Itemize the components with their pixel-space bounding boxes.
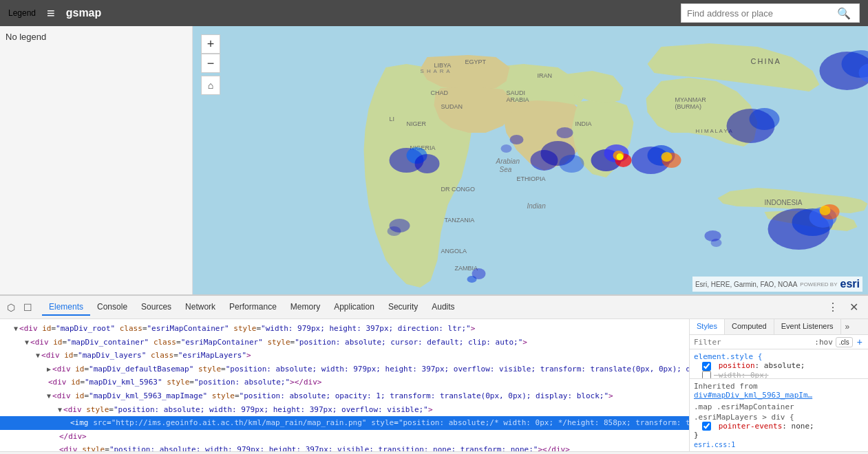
svg-text:CHAD: CHAD	[431, 89, 449, 96]
inherited-label: Inherited from	[694, 382, 758, 391]
home-button[interactable]: ⌂	[201, 76, 220, 95]
dom-line[interactable]: <div style="position: absolute; width: 9…	[0, 443, 689, 451]
esri-logo: esri	[840, 278, 860, 290]
inspect-icon[interactable]: ⬡	[6, 301, 17, 314]
svg-text:DR CONGO: DR CONGO	[441, 186, 476, 193]
hamburger-icon[interactable]: ≡	[47, 6, 55, 21]
powered-by-text: POWERED BY	[800, 281, 837, 288]
devtools-more-icon[interactable]: ⋮	[823, 299, 843, 315]
app-title: gsmap	[66, 7, 670, 19]
svg-point-64	[467, 276, 477, 283]
svg-point-66	[388, 226, 401, 236]
svg-text:EGYPT: EGYPT	[465, 58, 487, 65]
dom-line[interactable]: </div>	[0, 430, 689, 444]
svg-text:LI: LI	[390, 116, 395, 122]
filter-hov-label[interactable]: :hov	[814, 338, 833, 347]
svg-text:Indian: Indian	[527, 202, 547, 210]
svg-point-36	[617, 153, 624, 160]
devtools-tabs: ElementsConsoleSourcesNetworkPerformance…	[42, 299, 821, 316]
svg-text:ETHIOPIA: ETHIOPIA	[517, 175, 546, 182]
svg-text:IRAN: IRAN	[538, 72, 553, 79]
svg-text:NIGER: NIGER	[407, 120, 427, 127]
styles-tabs: StylesComputedEvent Listeners»	[690, 319, 868, 335]
svg-text:INDONESIA: INDONESIA	[765, 199, 803, 206]
dom-tree[interactable]: ▼<div id="mapDiv_root" class="esriMapCon…	[0, 319, 689, 451]
svg-text:MYANMAR: MYANMAR	[675, 96, 707, 103]
filter-cls-button[interactable]: .cls	[836, 337, 853, 347]
svg-point-31	[560, 155, 584, 173]
devtools-tab-sources[interactable]: Sources	[134, 299, 178, 316]
devtools-tab-network[interactable]: Network	[178, 299, 222, 316]
dom-line[interactable]: ▶<div id="mapDiv_defaultBasemap" style="…	[0, 363, 689, 376]
svg-text:TANZANIA: TANZANIA	[445, 217, 475, 224]
svg-point-28	[415, 154, 440, 173]
devtools-tab-console[interactable]: Console	[90, 299, 134, 316]
styles-content: element.style { position: absolute; widt…	[690, 349, 868, 378]
device-icon[interactable]: ☐	[22, 301, 34, 314]
devtools-toolbar: ⬡ ☐ ElementsConsoleSourcesNetworkPerform…	[0, 296, 868, 319]
svg-point-61	[510, 135, 524, 144]
svg-point-55	[820, 206, 831, 215]
search-button[interactable]: 🔍	[833, 7, 855, 20]
styles-panel: StylesComputedEvent Listeners» :hov .cls…	[689, 319, 868, 451]
dom-line[interactable]: ▼<div id="mapDiv_kml_5963_mapImage" styl…	[0, 389, 689, 403]
styles-chevron-icon[interactable]: »	[841, 319, 854, 334]
svg-text:ANGOLA: ANGOLA	[441, 248, 467, 255]
styles-tab-computed[interactable]: Computed	[725, 319, 774, 334]
styles-filter-input[interactable]	[694, 338, 812, 347]
top-bar: Legend ≡ gsmap 🔍	[0, 0, 868, 26]
map-canvas: NIGER NIGERIA CHAD SUDAN LIBYA EGYPT SAU…	[193, 26, 868, 294]
zoom-in-button[interactable]: +	[201, 34, 220, 54]
style-rule-element: element.style { position: absolute; widt…	[694, 352, 864, 378]
svg-text:(BURMA): (BURMA)	[675, 103, 702, 110]
devtools-tab-performance[interactable]: Performance	[222, 299, 284, 316]
dom-line[interactable]: <img src="http://ims.geoinfo.ait.ac.th/k…	[0, 416, 689, 430]
svg-text:CHINA: CHINA	[751, 57, 781, 65]
svg-text:INDIA: INDIA	[575, 120, 592, 127]
devtools-tab-elements[interactable]: Elements	[42, 299, 90, 316]
svg-text:SUDAN: SUDAN	[441, 103, 463, 110]
svg-point-42	[750, 108, 780, 130]
search-container: 🔍	[681, 3, 860, 23]
devtools-panel: ⬡ ☐ ElementsConsoleSourcesNetworkPerform…	[0, 294, 868, 454]
legend-panel: No legend	[0, 26, 193, 294]
zoom-out-button[interactable]: −	[201, 54, 220, 73]
zoom-controls: + − ⌂	[201, 34, 220, 95]
filter-plus-icon[interactable]: +	[856, 336, 864, 347]
prop-pointer-events-checkbox[interactable]	[702, 422, 711, 431]
devtools-tab-audits[interactable]: Audits	[425, 299, 461, 316]
dom-line[interactable]: <div id="mapDiv_kml_5963" style="positio…	[0, 376, 689, 389]
legend-title: Legend	[8, 8, 36, 18]
search-input[interactable]	[681, 4, 833, 22]
devtools-tab-security[interactable]: Security	[381, 299, 425, 316]
inherited-file-link[interactable]: esri.css:1	[694, 441, 735, 448]
styles-tab-styles[interactable]: Styles	[690, 319, 725, 334]
svg-text:S H A R A: S H A R A	[421, 68, 451, 74]
map-area[interactable]: NIGER NIGERIA CHAD SUDAN LIBYA EGYPT SAU…	[193, 26, 868, 294]
dom-line[interactable]: ▼<div id="mapDiv_layers" class="esriMapL…	[0, 349, 689, 363]
dom-line[interactable]: ▼<div id="mapDiv_root" class="esriMapCon…	[0, 322, 689, 336]
devtools-tab-application[interactable]: Application	[327, 299, 381, 316]
attribution-text: Esri, HERE, Garmin, FAO, NOAA	[695, 281, 797, 288]
prop-width-checkbox[interactable]	[702, 371, 711, 378]
devtools-tab-memory[interactable]: Memory	[284, 299, 327, 316]
devtools-icons: ⬡ ☐	[6, 301, 34, 314]
dom-line[interactable]: ▼<div id="mapDiv_container" class="esriM…	[0, 336, 689, 349]
prop-position-checkbox[interactable]	[702, 362, 711, 371]
svg-point-62	[501, 144, 512, 153]
svg-text:SAUDI: SAUDI	[507, 89, 526, 96]
inherited-from: Inherited from div#mapDiv_kml_5963_mapIm…	[690, 378, 868, 452]
dom-line[interactable]: ▼<div style="position: absolute; width: …	[0, 403, 689, 417]
svg-text:Arabian: Arabian	[496, 158, 520, 165]
svg-text:Sea: Sea	[500, 166, 512, 173]
devtools-close-icon[interactable]: ✕	[845, 299, 862, 315]
no-legend-text: No legend	[6, 32, 187, 42]
map-attribution: Esri, HERE, Garmin, FAO, NOAA POWERED BY…	[692, 277, 862, 292]
inherited-selector-link[interactable]: div#mapDiv_kml_5963_mapIm…	[694, 391, 812, 400]
svg-text:ARABIA: ARABIA	[507, 96, 529, 103]
styles-filter-bar: :hov .cls +	[690, 335, 868, 349]
breadcrumb-bar: htmlbody#border_container#cp_center#mapD…	[0, 451, 868, 454]
devtools-content: ▼<div id="mapDiv_root" class="esriMapCon…	[0, 319, 868, 451]
svg-point-40	[661, 152, 673, 162]
styles-tab-event-listeners[interactable]: Event Listeners	[774, 319, 841, 334]
